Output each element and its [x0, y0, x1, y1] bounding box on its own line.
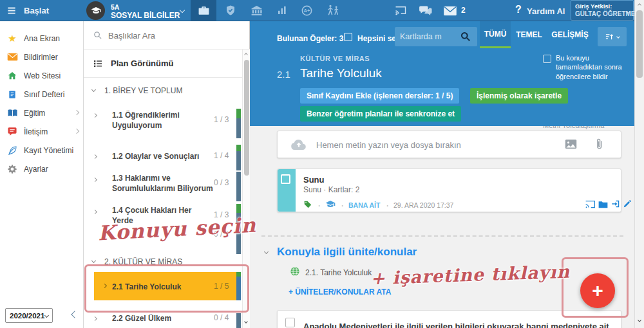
- progress-strip: [236, 313, 241, 328]
- titles-search-input[interactable]: [108, 27, 237, 44]
- sync-plans-button[interactable]: Benzer öğretim planları ile senkronize e…: [300, 106, 461, 122]
- question-checkbox[interactable]: [285, 318, 295, 327]
- collapse-related-icon[interactable]: [264, 250, 269, 254]
- class-code: 5A: [111, 3, 119, 11]
- pencil-icon[interactable]: [623, 199, 632, 208]
- behavior-tab[interactable]: [218, 0, 243, 21]
- progress-strip: [236, 172, 241, 201]
- tab-all[interactable]: TÜMÜ: [480, 21, 511, 48]
- bank-icon: [251, 5, 263, 17]
- search-icon[interactable]: [459, 30, 471, 42]
- start-button[interactable]: Başlat: [24, 6, 49, 15]
- topic-header: Bulunan Ögeler: 3 Hepsini seç TÜMÜ TEMEL…: [250, 21, 634, 126]
- sort-button[interactable]: [598, 27, 627, 46]
- notify-checkbox[interactable]: [543, 55, 551, 63]
- sidebar-item-notifications[interactable]: Bildirimler: [0, 48, 84, 66]
- found-items-label: Bulunan Ögeler: 3: [277, 34, 343, 43]
- chat-icon[interactable]: [419, 5, 433, 17]
- lesson-count: 1 / 3: [214, 115, 229, 124]
- dropzone[interactable]: Hemen metin yazın veya dosya bırakın: [277, 131, 621, 158]
- folder-icon[interactable]: [598, 200, 608, 208]
- chevron-down-icon: [91, 259, 96, 263]
- sidebar-item-settings[interactable]: Ayarlar: [0, 159, 84, 178]
- planbook-tab[interactable]: [191, 0, 216, 21]
- login-role-label: Giriş Yetkisi:: [575, 3, 612, 10]
- scroll-up-icon[interactable]: [244, 53, 248, 57]
- assign-units-link[interactable]: + ÜNİTELER/KONULAR ATA: [289, 287, 391, 296]
- tree-item-1-2[interactable]: 1.2 Olaylar ve Sonuçları 1 / 4: [84, 150, 250, 169]
- graduation-cap-icon[interactable]: [325, 200, 336, 209]
- user-menu[interactable]: Giriş Yetkisi: GÜLTAÇ ÖĞRETMEN: [571, 0, 634, 21]
- attendance-tab[interactable]: [319, 0, 348, 21]
- tag-icon[interactable]: [303, 200, 312, 209]
- sort-icon: [605, 32, 614, 42]
- progress-strip: [236, 109, 241, 138]
- sidebar-item-home[interactable]: ★ Ana Ekran: [0, 29, 84, 48]
- add-class-record-button[interactable]: Sınıf Kaydını Ekle (işlenen dersler: 1 /…: [300, 88, 459, 104]
- dot-separator: ·: [341, 200, 344, 212]
- chevron-down-icon: [91, 87, 96, 92]
- sign-in-icon[interactable]: [611, 199, 620, 208]
- menu-icon[interactable]: [6, 6, 17, 15]
- cloud-upload-icon: [290, 138, 307, 150]
- present-cast-icon[interactable]: [585, 200, 595, 208]
- tab-basic[interactable]: TEMEL: [511, 21, 547, 48]
- question-text: Anadolu Medeniyetleri ile ilgili verilen…: [303, 322, 612, 328]
- app-root: Başlat 5A SOSYAL BİLGİLER A+: [0, 0, 644, 328]
- sidebar-item-website[interactable]: Web Sitesi: [0, 66, 84, 85]
- sidebar-item-education[interactable]: Eğitim: [0, 104, 84, 122]
- scrollbar-thumb[interactable]: [244, 60, 249, 176]
- school-year-select[interactable]: 2020/2021: [5, 308, 53, 323]
- image-icon[interactable]: [565, 139, 577, 149]
- sidebar-item-communication[interactable]: İletişim: [0, 122, 84, 141]
- topic-title: Tarihe Yolculuk: [300, 66, 382, 80]
- tree-item-1-1[interactable]: 1.1 Öğrendiklerimi Uyguluyorum 1 / 3: [84, 109, 250, 138]
- paperclip-icon[interactable]: [594, 138, 605, 151]
- sidebar-item-registration[interactable]: Kayıt Yönetimi: [0, 141, 84, 159]
- lesson-count: 1 / 4: [214, 151, 229, 160]
- home-icon: [6, 71, 18, 80]
- scrollbar-thumb[interactable]: [636, 10, 643, 78]
- a-plus-icon: A+: [301, 5, 313, 17]
- chevron-down-icon: [616, 35, 620, 39]
- tree-item-2-2[interactable]: 2.2 Güzel Ülkem 0 / 4: [84, 312, 250, 328]
- tab-advanced[interactable]: GELİŞMİŞ: [547, 21, 592, 48]
- dot-separator: ·: [317, 200, 321, 212]
- collapse-sidebar-button[interactable]: [71, 311, 78, 318]
- chevron-right-icon: [93, 178, 97, 182]
- svg-text:A+: A+: [303, 8, 310, 14]
- stats-tab[interactable]: [269, 0, 295, 21]
- scroll-down-icon[interactable]: [244, 320, 248, 323]
- page-scrollbar[interactable]: [634, 0, 644, 328]
- notify-label: Bu konuyu tamamladıktan sonra öğrenciler…: [556, 53, 634, 81]
- grades-tab[interactable]: A+: [294, 0, 319, 21]
- scroll-up-icon[interactable]: [638, 3, 641, 7]
- cast-icon[interactable]: [394, 5, 407, 16]
- plan-view-label: Plan Görünümü: [111, 59, 174, 68]
- tree-section-1[interactable]: 1. BİREY VE TOPLUM: [84, 84, 250, 98]
- owner-badge: BANA AİT: [348, 201, 380, 209]
- institution-tab[interactable]: [243, 0, 269, 21]
- card-checkbox[interactable]: [281, 174, 290, 184]
- class-switcher[interactable]: 5A SOSYAL BİLGİLER: [86, 1, 187, 21]
- mail-icon[interactable]: [443, 6, 457, 16]
- help-question-icon[interactable]: ?: [515, 4, 522, 15]
- chevron-right-icon: [93, 113, 97, 118]
- help-button[interactable]: Yardım Al: [527, 6, 565, 16]
- related-unit-item: 2.1. Tarihe Yolculuk: [305, 268, 372, 277]
- card-search-input[interactable]: [400, 30, 455, 43]
- star-icon: ★: [6, 33, 18, 43]
- open-book-icon: [6, 109, 18, 118]
- sunu-card[interactable]: Sunu Sunu · Kartlar: 2 · · BANA AİT · 29…: [277, 169, 621, 212]
- scroll-down-icon[interactable]: [638, 318, 641, 322]
- annotation-rect-fab: [562, 257, 629, 318]
- class-name: SOSYAL BİLGİLER: [111, 11, 180, 20]
- plan-view-toggle[interactable]: Plan Görünümü: [84, 50, 250, 78]
- school-year-value: 2020/2021: [10, 312, 44, 320]
- list-view-icon: [93, 59, 103, 69]
- sidebar-item-classbook[interactable]: Sınıf Defteri: [0, 85, 84, 104]
- tree-item-1-3[interactable]: 1.3 Haklarımı ve Sorumluluklarımı Biliyo…: [84, 170, 250, 200]
- chevron-right-icon: [93, 154, 97, 159]
- select-all-checkbox[interactable]: [344, 33, 352, 41]
- mark-processed-button[interactable]: İşlenmiş olarak işaretle: [470, 88, 568, 104]
